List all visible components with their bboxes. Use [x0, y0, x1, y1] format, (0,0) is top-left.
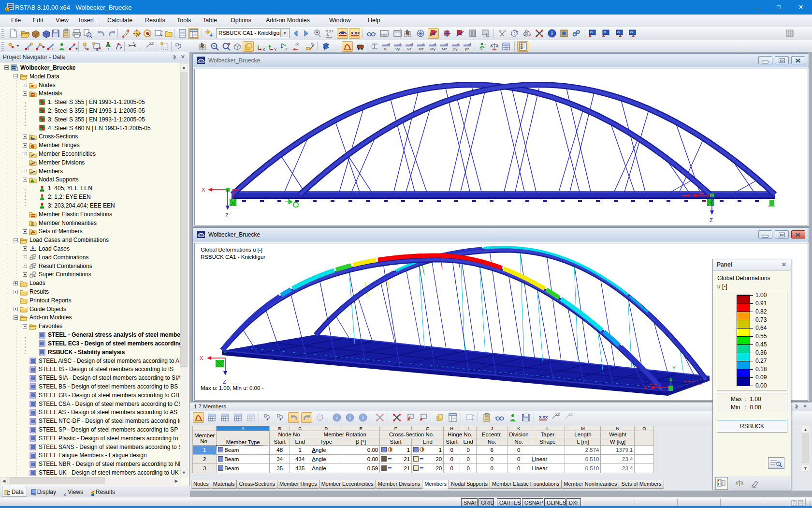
- svg-text:X: X: [262, 47, 265, 51]
- svg-text:py: py: [453, 47, 457, 51]
- svg-text:i: i: [551, 30, 552, 36]
- svg-text:N: N: [384, 47, 387, 51]
- svg-text:X: X: [202, 187, 205, 193]
- svg-text:Mz: Mz: [442, 47, 447, 51]
- svg-text:Global Deformations u [-]: Global Deformations u [-]: [201, 247, 262, 253]
- svg-text:Vy: Vy: [395, 47, 400, 51]
- svg-text:X.XX: X.XX: [539, 415, 548, 419]
- svg-text:X.XX: X.XX: [326, 30, 334, 33]
- svg-text:+: +: [472, 413, 475, 418]
- svg-text:+: +: [75, 46, 78, 51]
- svg-text:Z: Z: [223, 379, 226, 385]
- svg-text:T: T: [107, 47, 109, 51]
- svg-text:Z: Z: [225, 212, 229, 218]
- svg-text:X.XX: X.XX: [351, 31, 360, 35]
- svg-text:I: I: [371, 45, 372, 48]
- svg-text:Y: Y: [223, 350, 227, 356]
- svg-text:X: X: [644, 385, 648, 390]
- svg-text:My: My: [430, 47, 435, 51]
- svg-text:XX: XX: [568, 413, 573, 416]
- svg-text:pz: pz: [465, 47, 469, 51]
- svg-text:Vz: Vz: [407, 47, 411, 51]
- svg-text:i: i: [362, 415, 363, 420]
- svg-text:Y: Y: [274, 47, 277, 51]
- svg-text:X: X: [687, 193, 691, 198]
- svg-text:B: B: [96, 48, 99, 51]
- svg-text:I: I: [52, 47, 53, 51]
- svg-text:XX: XX: [149, 42, 154, 45]
- svg-text:8: 8: [6, 7, 8, 12]
- svg-text:i: i: [336, 415, 337, 420]
- svg-text:X: X: [200, 355, 203, 361]
- svg-text:i: i: [349, 415, 350, 420]
- svg-text:Max u: 1.00, Min u: 0.00 -: Max u: 1.00, Min u: 0.00 -: [201, 385, 264, 391]
- svg-text:XX: XX: [555, 413, 560, 416]
- svg-text:-X: -X: [295, 42, 299, 46]
- svg-text:RSBUCK CA1 - Knickfigur: RSBUCK CA1 - Knickfigur: [201, 254, 265, 260]
- svg-text:Y: Y: [672, 366, 676, 371]
- svg-text:I: I: [28, 47, 29, 51]
- svg-text:Mт: Mт: [419, 47, 424, 51]
- svg-text:Z: Z: [285, 47, 288, 51]
- svg-text:Z: Z: [710, 217, 713, 223]
